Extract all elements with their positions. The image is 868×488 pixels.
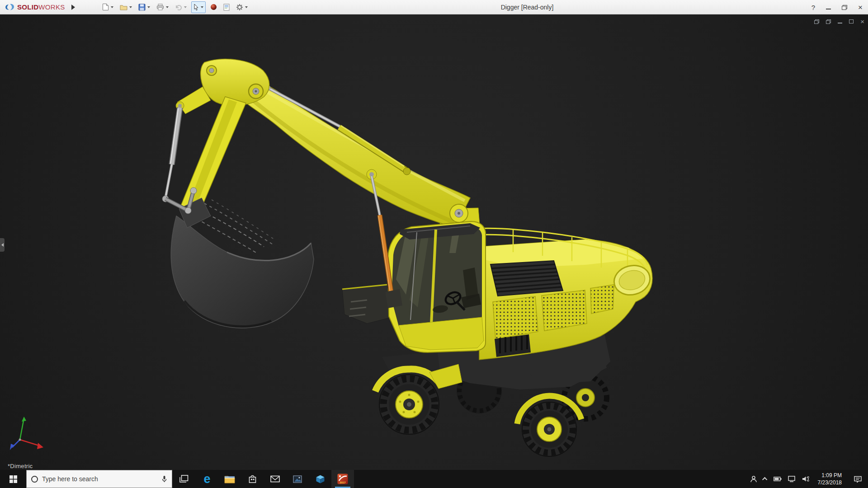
person-icon xyxy=(750,475,757,483)
front-right-wheel[interactable] xyxy=(522,402,576,456)
front-step-panel[interactable] xyxy=(342,285,395,324)
taskbar-app-mail[interactable] xyxy=(264,470,286,488)
new-document-icon xyxy=(102,3,109,11)
brand-works: WORKS xyxy=(38,3,65,11)
edge-icon: e xyxy=(203,473,210,485)
engine-vent-panel[interactable] xyxy=(491,261,563,296)
task-view-icon xyxy=(179,475,189,483)
cab[interactable] xyxy=(388,221,486,352)
speaker-icon xyxy=(802,476,809,482)
photos-app-icon xyxy=(293,475,302,483)
child-cascade-icon[interactable] xyxy=(826,19,831,24)
taskbar-app-store[interactable] xyxy=(241,470,264,488)
document-title: Digger [Read-only] xyxy=(501,0,554,14)
chevron-up-icon xyxy=(762,477,767,482)
appearance-sphere-icon xyxy=(210,4,217,10)
child-minimize-icon[interactable] xyxy=(838,20,842,23)
quick-access-toolbar xyxy=(100,1,250,13)
tray-overflow-button[interactable] xyxy=(760,470,770,488)
print-icon xyxy=(156,4,164,10)
dropdown-caret[interactable] xyxy=(129,6,132,8)
boom-arm[interactable] xyxy=(241,78,470,228)
network-indicator[interactable] xyxy=(785,470,799,488)
dropdown-caret[interactable] xyxy=(147,6,150,8)
microphone-icon[interactable] xyxy=(161,475,167,483)
graphics-area[interactable]: × *Dimetric xyxy=(0,14,868,470)
start-button[interactable] xyxy=(0,470,26,488)
panel-flyout-tab[interactable] xyxy=(0,238,5,252)
close-button[interactable]: × xyxy=(858,4,863,11)
help-button[interactable]: ? xyxy=(811,4,815,11)
battery-indicator[interactable] xyxy=(770,470,785,488)
store-icon xyxy=(248,475,257,483)
task-view-button[interactable] xyxy=(172,470,196,488)
battery-icon xyxy=(774,477,782,481)
search-input[interactable] xyxy=(42,475,157,483)
action-center-icon xyxy=(854,476,862,483)
solidworks-app-icon: 2017 xyxy=(337,474,348,484)
clock-time: 1:09 PM xyxy=(821,472,842,479)
taskbar-app-photos[interactable] xyxy=(286,470,309,488)
save-icon xyxy=(138,4,146,11)
restore-button[interactable] xyxy=(842,5,847,10)
tray-clock[interactable]: 1:09 PM 7/23/2018 xyxy=(812,470,847,488)
view-orientation-label: *Dimetric xyxy=(8,463,33,469)
mail-icon xyxy=(270,475,280,483)
minimize-button[interactable] xyxy=(826,5,831,9)
chevron-left-icon xyxy=(1,243,4,247)
dropdown-caret[interactable] xyxy=(111,6,113,8)
bucket[interactable] xyxy=(171,198,314,328)
open-folder-icon xyxy=(120,4,127,10)
bucket-cylinder[interactable] xyxy=(162,102,184,202)
taskbar-search[interactable] xyxy=(26,470,172,488)
dropdown-caret[interactable] xyxy=(184,6,187,8)
undo-icon xyxy=(175,4,182,10)
options-button[interactable] xyxy=(234,1,250,13)
dropdown-caret[interactable] xyxy=(245,6,248,8)
network-icon xyxy=(788,476,796,482)
print-button[interactable] xyxy=(155,1,170,13)
dropdown-caret[interactable] xyxy=(166,6,169,8)
save-button[interactable] xyxy=(137,1,152,13)
design-binder-button[interactable] xyxy=(222,1,231,13)
appearance-sphere-button[interactable] xyxy=(208,1,219,13)
design-binder-icon xyxy=(223,4,230,11)
gear-icon xyxy=(236,4,243,11)
windows-logo-icon xyxy=(9,475,17,483)
solidworks-application: SOLIDWORKS xyxy=(0,0,868,488)
cortana-icon xyxy=(31,476,38,483)
dropdown-caret[interactable] xyxy=(201,6,203,8)
child-close-icon[interactable]: × xyxy=(860,18,864,25)
excavator-3d-model[interactable] xyxy=(0,14,868,470)
window-titlebar: SOLIDWORKS xyxy=(0,0,868,14)
windows-taskbar: e xyxy=(0,470,868,488)
people-button[interactable] xyxy=(747,470,760,488)
select-cursor-icon xyxy=(193,4,199,11)
window-controls: ? × xyxy=(811,0,863,14)
solidworks-logo: SOLIDWORKS xyxy=(0,3,69,11)
undo-button[interactable] xyxy=(173,1,189,13)
ds-logo-icon xyxy=(5,3,15,11)
taskbar-app-cube-viewer[interactable] xyxy=(309,470,331,488)
child-maximize-icon[interactable] xyxy=(849,19,854,23)
front-left-wheel[interactable] xyxy=(379,375,439,434)
system-tray: 1:09 PM 7/23/2018 xyxy=(747,470,868,488)
orientation-triad-icon xyxy=(10,417,43,450)
child-window-controls: × xyxy=(814,18,864,25)
solidworks-year-badge: 2017 xyxy=(337,481,348,484)
new-document-button[interactable] xyxy=(100,1,115,13)
child-restore-icon[interactable] xyxy=(814,19,819,24)
brand-solid: SOLID xyxy=(17,3,38,11)
menu-expand-arrow[interactable] xyxy=(71,5,75,10)
select-tool-button[interactable] xyxy=(191,1,206,13)
file-explorer-icon xyxy=(224,475,235,483)
open-document-button[interactable] xyxy=(118,1,134,13)
volume-indicator[interactable] xyxy=(799,470,812,488)
taskbar-app-solidworks[interactable]: 2017 xyxy=(331,470,354,488)
action-center-button[interactable] xyxy=(847,470,868,488)
clock-date: 7/23/2018 xyxy=(818,479,842,486)
taskbar-app-edge[interactable]: e xyxy=(196,470,218,488)
taskbar-app-file-explorer[interactable] xyxy=(218,470,241,488)
cube-app-icon xyxy=(316,475,325,483)
